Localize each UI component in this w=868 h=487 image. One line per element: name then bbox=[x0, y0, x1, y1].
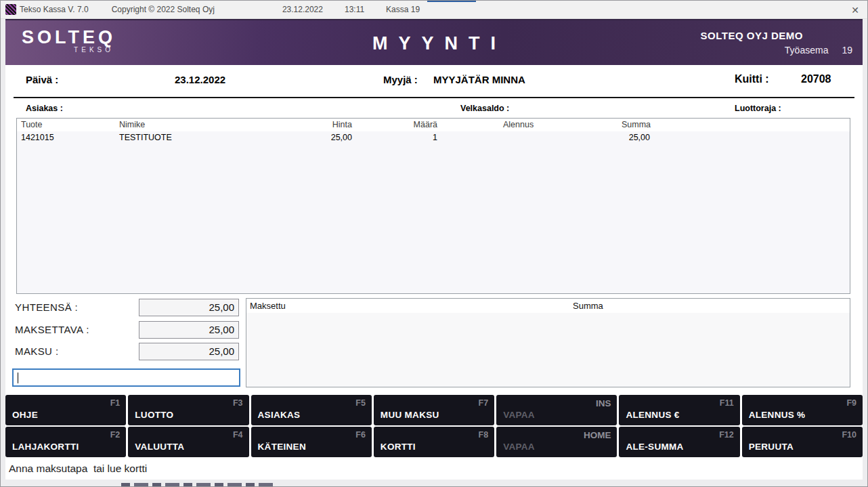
fkey-button-label: VAPAA bbox=[503, 410, 535, 420]
customer-label: Asiakas : bbox=[26, 104, 63, 113]
titlebar-register: Kassa 19 bbox=[386, 5, 420, 14]
fkey-shortcut-label: F9 bbox=[846, 398, 856, 408]
fkey-luotto-f3[interactable]: F3 LUOTTO bbox=[128, 395, 248, 425]
fkey-shortcut-label: F8 bbox=[479, 430, 489, 440]
background-window-edge bbox=[427, 1, 476, 2]
fkey-shortcut-label: F4 bbox=[233, 430, 243, 440]
fkey-vapaa-home: HOME VAPAA bbox=[496, 427, 617, 457]
sum-column-label: Summa bbox=[573, 301, 603, 311]
debt-balance-label: Velkasaldo : bbox=[460, 104, 509, 113]
payments-list-empty bbox=[246, 313, 850, 387]
credit-limit-label: Luottoraja : bbox=[735, 104, 781, 113]
sale-info-row: Päivä : 23.12.2022 Myyjä : MYYJÄTÄR MINN… bbox=[5, 65, 863, 97]
store-name: SOLTEQ OYJ DEMO bbox=[701, 30, 803, 41]
fkey-shortcut-label: INS bbox=[596, 398, 611, 408]
col-qty: Määrä bbox=[369, 120, 437, 129]
fkey-alennus-f9[interactable]: F9 ALENNUS % bbox=[742, 395, 863, 425]
date-label: Päivä : bbox=[26, 74, 58, 85]
fkey-button-label: PERUUTA bbox=[749, 442, 794, 452]
col-total: Summa bbox=[622, 120, 651, 129]
fkey-shortcut-label: F5 bbox=[355, 398, 366, 408]
window-titlebar[interactable]: Tekso Kassa V. 7.0 Copyright © 2022 Solt… bbox=[1, 1, 867, 19]
receipt-number: 20708 bbox=[801, 73, 831, 85]
close-icon[interactable]: ✕ bbox=[849, 4, 861, 16]
fkey-ohje-f1[interactable]: F1 OHJE bbox=[5, 395, 126, 425]
fkey-alennus-f11[interactable]: F11 ALENNUS € bbox=[619, 395, 739, 425]
payment-entry-field bbox=[12, 368, 240, 387]
payments-panel: Maksettu Summa bbox=[246, 298, 850, 387]
fkey-shortcut-label: F6 bbox=[355, 430, 366, 440]
payment-value: 25,00 bbox=[139, 343, 239, 360]
fkey-button-label: ALENNUS % bbox=[749, 410, 806, 420]
fkey-button-label: ASIAKAS bbox=[258, 410, 301, 420]
fkey-ale-summa-f12[interactable]: F12 ALE-SUMMA bbox=[619, 427, 739, 457]
titlebar-time: 13:11 bbox=[345, 5, 364, 14]
client-area: SOLTEQ TEKSO MYYNTI SOLTEQ OYJ DEMO Työa… bbox=[5, 19, 863, 480]
fkey-shortcut-label: F10 bbox=[842, 430, 856, 440]
cell-total: 25,00 bbox=[572, 133, 650, 142]
payments-header: Maksettu Summa bbox=[246, 299, 850, 313]
cell-name: TESTITUOTE bbox=[119, 133, 172, 142]
payable-value: 25,00 bbox=[139, 321, 239, 339]
fkey-valuutta-f4[interactable]: F4 VALUUTTA bbox=[128, 427, 248, 457]
copyright-text: Copyright © 2022 Solteq Oyj bbox=[112, 5, 215, 14]
fkey-button-label: KORTTI bbox=[381, 442, 416, 452]
fkey-button-label: LAHJAKORTTI bbox=[12, 442, 79, 452]
fkey-kortti-f8[interactable]: F8 KORTTI bbox=[374, 427, 494, 457]
background-window-text-fragment bbox=[121, 483, 276, 486]
items-table: Tuote Nimike Hinta Määrä Alennus Summa 1… bbox=[16, 118, 850, 294]
fkey-button-label: VAPAA bbox=[503, 442, 535, 452]
fkey-shortcut-label: F2 bbox=[110, 430, 121, 440]
app-icon bbox=[5, 4, 16, 15]
fkey-button-label: MUU MAKSU bbox=[381, 410, 439, 420]
cell-product: 1421015 bbox=[21, 133, 54, 142]
payable-label: MAKSETTAVA : bbox=[15, 324, 89, 335]
header-band: SOLTEQ TEKSO MYYNTI SOLTEQ OYJ DEMO Työa… bbox=[5, 19, 863, 65]
items-table-header: Tuote Nimike Hinta Määrä Alennus Summa bbox=[17, 119, 850, 131]
seller-value: MYYJÄTÄR MINNA bbox=[433, 74, 525, 85]
workstation-label: Työasema bbox=[785, 45, 829, 56]
col-price: Hinta bbox=[274, 120, 352, 129]
customer-info-row: Asiakas : Velkasaldo : Luottoraja : bbox=[5, 98, 863, 119]
payment-entry-input[interactable] bbox=[14, 370, 239, 385]
total-value: 25,00 bbox=[139, 299, 239, 316]
payment-label: MAKSU : bbox=[15, 345, 58, 357]
titlebar-date: 23.12.2022 bbox=[282, 5, 323, 14]
function-key-grid: F1 OHJE F3 LUOTTO F5 ASIAKAS F7 MUU MAKS… bbox=[5, 395, 863, 457]
col-product: Tuote bbox=[21, 120, 43, 129]
fkey-shortcut-label: F7 bbox=[479, 398, 489, 408]
items-table-empty-area bbox=[17, 144, 850, 293]
fkey-button-label: OHJE bbox=[12, 410, 38, 420]
fkey-peruuta-f10[interactable]: F10 PERUUTA bbox=[742, 427, 863, 457]
fkey-button-label: KÄTEINEN bbox=[258, 442, 306, 452]
fkey-button-label: ALE-SUMMA bbox=[626, 442, 683, 452]
status-message: Anna maksutapa tai lue kortti bbox=[9, 463, 147, 475]
col-discount: Alennus bbox=[503, 120, 534, 129]
fkey-button-label: LUOTTO bbox=[135, 410, 173, 420]
col-name: Nimike bbox=[119, 120, 145, 129]
fkey-button-label: ALENNUS € bbox=[626, 410, 679, 420]
fkey-muu-maksu-f7[interactable]: F7 MUU MAKSU bbox=[374, 395, 494, 425]
fkey-asiakas-f5[interactable]: F5 ASIAKAS bbox=[251, 395, 372, 425]
fkey-vapaa-ins: INS VAPAA bbox=[496, 395, 617, 425]
cell-price: 25,00 bbox=[274, 133, 352, 142]
text-caret bbox=[18, 373, 18, 383]
fkey-käteinen-f6[interactable]: F6 KÄTEINEN bbox=[251, 427, 372, 457]
workstation-info: Työasema19 bbox=[785, 45, 852, 56]
app-title: Tekso Kassa V. 7.0 bbox=[20, 5, 89, 14]
fkey-shortcut-label: F11 bbox=[720, 398, 734, 408]
pos-window: Tekso Kassa V. 7.0 Copyright © 2022 Solt… bbox=[0, 0, 868, 487]
cell-qty: 1 bbox=[369, 133, 437, 142]
receipt-label: Kuitti : bbox=[735, 73, 769, 85]
fkey-shortcut-label: HOME bbox=[584, 430, 611, 440]
date-value: 23.12.2022 bbox=[175, 74, 225, 85]
fkey-lahjakortti-f2[interactable]: F2 LAHJAKORTTI bbox=[5, 427, 126, 457]
fkey-shortcut-label: F3 bbox=[233, 398, 243, 408]
bottom-frame bbox=[1, 480, 867, 487]
totals-section: YHTEENSÄ : 25,00 MAKSETTAVA : 25,00 MAKS… bbox=[5, 294, 863, 395]
paid-column-label: Maksettu bbox=[250, 301, 286, 311]
total-label: YHTEENSÄ : bbox=[15, 301, 78, 313]
fkey-shortcut-label: F12 bbox=[719, 430, 734, 440]
table-row[interactable]: 1421015 TESTITUOTE 25,00 1 25,00 bbox=[17, 131, 850, 144]
seller-label: Myyjä : bbox=[383, 74, 418, 85]
